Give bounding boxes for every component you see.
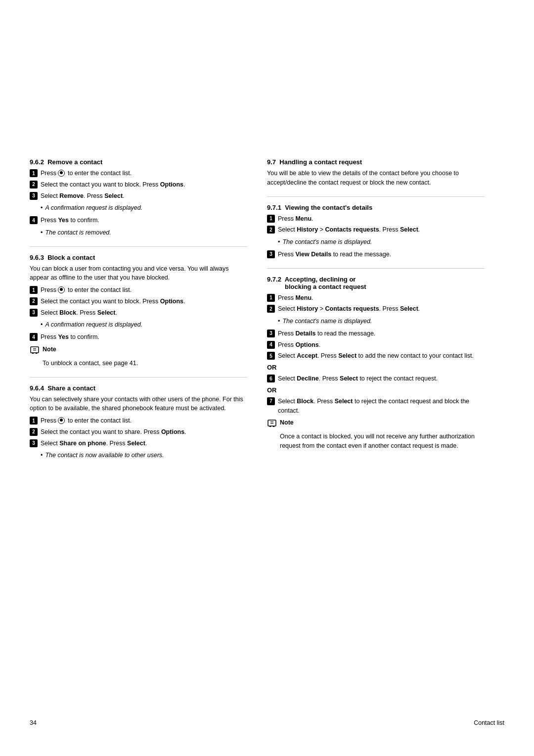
step-text: Select the contact you want to share. Pr… xyxy=(41,427,247,437)
step-number: 1 xyxy=(267,215,275,223)
section-962-heading: Remove a contact xyxy=(47,158,102,166)
section-963-step4: 4 Press Yes to confirm. xyxy=(30,332,247,342)
bullet-item: A confirmation request is displayed. xyxy=(41,320,247,330)
section-962-step4: 4 Press Yes to confirm. xyxy=(30,216,247,225)
step-item: 1 Press to enter the contact list. xyxy=(30,169,247,178)
step-text: Press to enter the contact list. xyxy=(41,285,247,295)
bullet-item: The contact's name is displayed. xyxy=(278,317,485,326)
note-label: Note xyxy=(280,419,294,426)
content-area: 9.6.2 Remove a contact 1 Press to enter … xyxy=(0,0,534,509)
step-text: Press Yes to confirm. xyxy=(41,332,247,342)
step-number: 3 xyxy=(267,330,275,337)
contact-icon xyxy=(58,170,65,177)
step-number: 2 xyxy=(267,305,275,313)
bullet-item: A confirmation request is displayed. xyxy=(41,203,247,213)
page-footer: 34 Contact list xyxy=(30,719,504,726)
note-box-972: Note xyxy=(267,419,485,428)
step-item: 1 Press Menu. xyxy=(267,293,485,303)
section-964-steps: 1 Press to enter the contact list. 2 Sel… xyxy=(30,416,247,448)
note-label: Note xyxy=(43,346,56,353)
step-number: 2 xyxy=(30,428,38,436)
bullet-item: The contact is now available to other us… xyxy=(41,451,247,460)
step-number: 4 xyxy=(30,333,38,341)
step-text: Press View Details to read the message. xyxy=(278,250,485,259)
or-label-2: OR xyxy=(267,386,485,394)
step-text: Select History > Contacts requests. Pres… xyxy=(278,304,485,314)
step-item: 3 Select Remove. Press Select. xyxy=(30,191,247,201)
step-item: 2 Select the contact you want to block. … xyxy=(30,297,247,306)
step-number: 1 xyxy=(30,169,38,177)
step-text: Press to enter the contact list. xyxy=(41,416,247,425)
divider xyxy=(267,196,485,197)
divider xyxy=(30,377,247,378)
step-text: Select Accept. Press Select to add the n… xyxy=(278,351,485,361)
svg-rect-7 xyxy=(273,426,274,427)
step-number: 3 xyxy=(30,439,38,447)
step-item: 1 Press Menu. xyxy=(267,214,485,224)
section-972-steps-cont: 3 Press Details to read the message. 4 P… xyxy=(267,329,485,361)
section-97-number: 9.7 xyxy=(267,158,276,166)
step-item: 1 Press to enter the contact list. xyxy=(30,285,247,295)
step-text: Press Details to read the message. xyxy=(278,329,485,338)
step-item: 2 Select History > Contacts requests. Pr… xyxy=(267,225,485,235)
section-972-steps: 1 Press Menu. 2 Select History > Contact… xyxy=(267,293,485,314)
footer-right: Contact list xyxy=(474,719,504,726)
svg-rect-1 xyxy=(32,353,34,354)
step-number: 3 xyxy=(267,250,275,258)
step-item: 4 Press Options. xyxy=(267,340,485,350)
note-icon xyxy=(30,346,40,355)
svg-rect-6 xyxy=(269,426,271,427)
right-column: 9.7 Handling a contact request You will … xyxy=(267,158,485,469)
section-964-intro: You can selectively share your contacts … xyxy=(30,395,247,414)
section-971-heading: Viewing the contact's details xyxy=(285,204,372,211)
section-972-note: Once a contact is blocked, you will not … xyxy=(280,432,485,451)
section-963-number: 9.6.3 xyxy=(30,254,44,261)
step-text: Select Block. Press Select. xyxy=(41,308,247,318)
section-964-number: 9.6.4 xyxy=(30,384,44,392)
divider xyxy=(30,246,247,247)
section-972-step7: 7 Select Block. Press Select to reject t… xyxy=(267,397,485,416)
section-963: 9.6.3 Block a contact You can block a us… xyxy=(30,254,247,368)
bullet-item: The contact is removed. xyxy=(41,228,247,237)
step-text: Press Menu. xyxy=(278,214,485,224)
page: 9.6.2 Remove a contact 1 Press to enter … xyxy=(0,0,534,756)
svg-rect-2 xyxy=(36,353,37,354)
svg-rect-8 xyxy=(270,422,273,422)
or-label-1: OR xyxy=(267,364,485,371)
section-963-intro: You can block a user from contacting you… xyxy=(30,264,247,283)
section-97-heading: Handling a contact request xyxy=(279,158,362,166)
section-971: 9.7.1 Viewing the contact's details 1 Pr… xyxy=(267,204,485,259)
svg-rect-3 xyxy=(33,348,36,349)
step-text: Select Share on phone. Press Select. xyxy=(41,439,247,448)
section-964-title: 9.6.4 Share a contact xyxy=(30,384,247,392)
step-number: 4 xyxy=(30,216,38,224)
bullet-item: The contact's name is displayed. xyxy=(278,237,485,247)
contact-icon xyxy=(58,417,65,424)
section-972-number: 9.7.2 xyxy=(267,276,281,283)
section-962: 9.6.2 Remove a contact 1 Press to enter … xyxy=(30,158,247,237)
section-963-title: 9.6.3 Block a contact xyxy=(30,254,247,261)
section-963-note: To unblock a contact, see page 41. xyxy=(43,359,247,368)
step-item: 7 Select Block. Press Select to reject t… xyxy=(267,397,485,416)
step-item: 6 Select Decline. Press Select to reject… xyxy=(267,374,485,383)
section-962-title: 9.6.2 Remove a contact xyxy=(30,158,247,166)
step-item: 3 Select Block. Press Select. xyxy=(30,308,247,318)
step-text: Select Decline. Press Select to reject t… xyxy=(278,374,485,383)
step-item: 1 Press to enter the contact list. xyxy=(30,416,247,425)
left-column: 9.6.2 Remove a contact 1 Press to enter … xyxy=(30,158,247,469)
note-box-963: Note xyxy=(30,346,247,355)
step-item: 2 Select the contact you want to share. … xyxy=(30,427,247,437)
step-number: 3 xyxy=(30,192,38,200)
section-97: 9.7 Handling a contact request You will … xyxy=(267,158,485,188)
section-972: 9.7.2 Accepting, declining or blocking a… xyxy=(267,276,485,451)
step-number: 5 xyxy=(267,352,275,360)
section-972-title: 9.7.2 Accepting, declining or blocking a… xyxy=(267,276,485,290)
section-964: 9.6.4 Share a contact You can selectivel… xyxy=(30,384,247,461)
section-971-steps: 1 Press Menu. 2 Select History > Contact… xyxy=(267,214,485,235)
step-text: Select the contact you want to block. Pr… xyxy=(41,180,247,189)
step-number: 3 xyxy=(30,309,38,317)
step-text: Select Remove. Press Select. xyxy=(41,191,247,201)
section-971-number: 9.7.1 xyxy=(267,204,281,211)
section-963-steps: 1 Press to enter the contact list. 2 Sel… xyxy=(30,285,247,317)
step-number: 1 xyxy=(30,286,38,294)
